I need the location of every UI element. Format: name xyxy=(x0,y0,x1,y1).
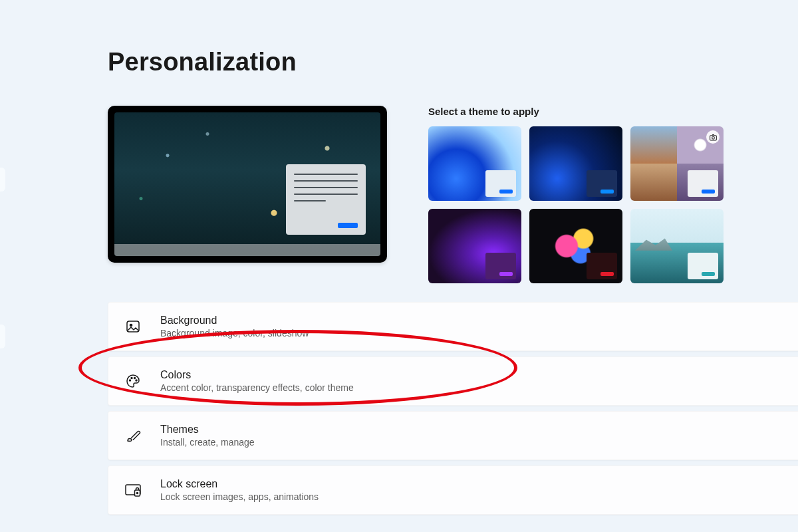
setting-card-colors[interactable]: Colors Accent color, transparency effect… xyxy=(108,356,798,406)
preview-and-themes-row: Select a theme to apply xyxy=(108,106,798,283)
setting-subtitle: Accent color, transparency effects, colo… xyxy=(160,382,354,393)
theme-mini-accent xyxy=(600,272,614,276)
theme-mini-accent xyxy=(499,272,513,276)
desktop-preview xyxy=(108,106,387,263)
setting-title: Lock screen xyxy=(160,478,319,490)
setting-title: Themes xyxy=(160,424,255,436)
brush-icon xyxy=(124,427,142,444)
theme-mini-window xyxy=(688,253,718,279)
theme-mini-accent xyxy=(702,190,715,194)
lock-screen-icon xyxy=(124,481,142,499)
theme-tile-bloom-dark[interactable] xyxy=(529,126,622,201)
setting-subtitle: Install, create, manage xyxy=(160,437,255,448)
svg-point-1 xyxy=(712,136,714,139)
theme-mini-accent xyxy=(600,190,614,194)
theme-mini-window xyxy=(485,253,516,279)
settings-list: Background Background image, color, slid… xyxy=(108,302,798,515)
preview-wallpaper xyxy=(114,112,380,256)
setting-card-lock-screen[interactable]: Lock screen Lock screen images, apps, an… xyxy=(108,466,798,515)
palette-icon xyxy=(124,372,142,390)
camera-icon xyxy=(706,130,720,144)
setting-text: Lock screen Lock screen images, apps, an… xyxy=(160,478,319,502)
preview-window-line xyxy=(294,200,326,201)
preview-window-line xyxy=(294,180,358,182)
page-title: Personalization xyxy=(108,48,798,76)
preview-window-line xyxy=(294,194,358,195)
preview-window-line xyxy=(294,174,358,175)
theme-tile-bloom-light[interactable] xyxy=(428,126,521,201)
svg-point-6 xyxy=(134,378,136,379)
themes-heading: Select a theme to apply xyxy=(428,106,734,117)
image-icon xyxy=(124,318,142,335)
theme-tile-glow[interactable] xyxy=(428,209,521,283)
preview-window-accent xyxy=(338,223,358,228)
preview-taskbar xyxy=(114,244,380,256)
sidebar-edge xyxy=(0,48,5,532)
svg-point-10 xyxy=(137,493,138,494)
theme-mini-window xyxy=(688,170,718,197)
theme-mini-window xyxy=(485,170,516,197)
theme-mini-window xyxy=(587,170,617,197)
svg-point-7 xyxy=(136,380,137,381)
sidebar-chip xyxy=(0,168,5,192)
setting-subtitle: Lock screen images, apps, animations xyxy=(160,491,319,502)
setting-text: Background Background image, color, slid… xyxy=(160,315,309,338)
theme-mini-accent xyxy=(499,190,513,194)
setting-card-themes[interactable]: Themes Install, create, manage xyxy=(108,411,798,460)
theme-grid xyxy=(428,126,734,283)
theme-mini-accent xyxy=(702,272,715,276)
svg-point-3 xyxy=(130,324,132,326)
theme-mini-window xyxy=(587,253,617,279)
setting-title: Background xyxy=(160,315,309,327)
preview-window-line xyxy=(294,187,358,188)
theme-tile-captured-motion[interactable] xyxy=(529,209,622,283)
svg-point-4 xyxy=(130,380,131,381)
theme-tile-spotlight[interactable] xyxy=(630,126,724,201)
svg-rect-2 xyxy=(127,321,139,332)
setting-title: Colors xyxy=(160,369,354,381)
setting-subtitle: Background image, color, slideshow xyxy=(160,328,309,338)
themes-section: Select a theme to apply xyxy=(428,106,734,283)
svg-point-5 xyxy=(131,378,132,379)
theme-tile-landscape[interactable] xyxy=(630,209,724,283)
setting-text: Colors Accent color, transparency effect… xyxy=(160,369,354,393)
personalization-page: Personalization Select a theme to apply xyxy=(0,48,798,532)
setting-card-background[interactable]: Background Background image, color, slid… xyxy=(108,302,798,351)
sidebar-chip xyxy=(0,325,5,348)
setting-text: Themes Install, create, manage xyxy=(160,424,255,448)
preview-window xyxy=(286,164,366,235)
svg-rect-0 xyxy=(710,135,716,140)
